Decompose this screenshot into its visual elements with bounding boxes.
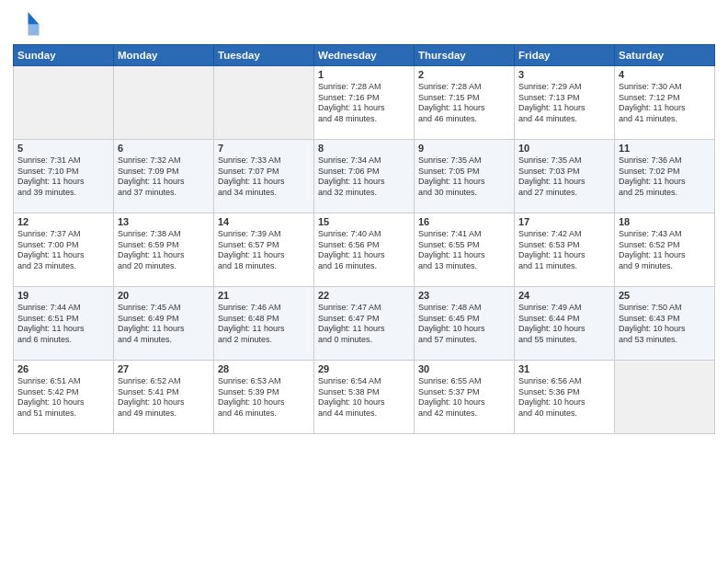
day-info: Daylight: 11 hours — [118, 250, 210, 261]
day-info: Sunrise: 7:44 AM — [17, 303, 109, 314]
calendar-cell-w2d5: 17Sunrise: 7:42 AMSunset: 6:53 PMDayligh… — [515, 213, 615, 287]
day-number: 12 — [17, 216, 109, 227]
calendar-cell-w2d6: 18Sunrise: 7:43 AMSunset: 6:52 PMDayligh… — [615, 213, 715, 287]
day-number: 5 — [17, 143, 109, 154]
calendar-cell-w0d5: 3Sunrise: 7:29 AMSunset: 7:13 PMDaylight… — [515, 66, 615, 140]
calendar-cell-w1d3: 8Sunrise: 7:34 AMSunset: 7:06 PMDaylight… — [314, 140, 415, 213]
day-info: and 49 minutes. — [118, 408, 210, 419]
day-info: Daylight: 10 hours — [418, 324, 510, 335]
page: SundayMondayTuesdayWednesdayThursdayFrid… — [0, 0, 728, 563]
day-number: 31 — [518, 363, 610, 374]
day-info: Daylight: 10 hours — [318, 397, 410, 408]
calendar-cell-w3d5: 24Sunrise: 7:49 AMSunset: 6:44 PMDayligh… — [515, 287, 615, 361]
day-info: Sunrise: 7:38 AM — [118, 229, 210, 240]
day-info: Daylight: 11 hours — [218, 250, 310, 261]
day-info: and 25 minutes. — [619, 188, 711, 199]
calendar-cell-w1d2: 7Sunrise: 7:33 AMSunset: 7:07 PMDaylight… — [214, 140, 314, 213]
day-number: 28 — [218, 363, 310, 374]
calendar-cell-w1d5: 10Sunrise: 7:35 AMSunset: 7:03 PMDayligh… — [515, 140, 615, 213]
calendar-cell-w4d3: 29Sunrise: 6:54 AMSunset: 5:38 PMDayligh… — [314, 361, 415, 434]
day-info: Daylight: 11 hours — [518, 177, 610, 188]
day-info: and 13 minutes. — [418, 261, 510, 272]
day-info: Sunrise: 7:39 AM — [218, 229, 310, 240]
weekday-header-tuesday: Tuesday — [214, 45, 314, 66]
day-info: Sunset: 6:51 PM — [17, 314, 109, 325]
calendar-cell-w3d3: 22Sunrise: 7:47 AMSunset: 6:47 PMDayligh… — [314, 287, 415, 361]
day-info: Daylight: 11 hours — [118, 324, 210, 335]
day-info: Sunrise: 6:53 AM — [218, 376, 310, 387]
day-info: Daylight: 11 hours — [218, 324, 310, 335]
calendar-cell-w4d6 — [615, 361, 715, 434]
calendar-cell-w1d0: 5Sunrise: 7:31 AMSunset: 7:10 PMDaylight… — [14, 140, 114, 213]
day-info: Daylight: 11 hours — [218, 177, 310, 188]
day-info: and 0 minutes. — [318, 335, 410, 346]
day-info: and 39 minutes. — [17, 188, 109, 199]
logo-icon — [13, 9, 40, 37]
calendar-cell-w4d4: 30Sunrise: 6:55 AMSunset: 5:37 PMDayligh… — [415, 361, 515, 434]
day-info: Sunset: 6:53 PM — [518, 240, 610, 251]
day-info: Sunrise: 7:36 AM — [619, 155, 711, 167]
day-info: Sunset: 6:56 PM — [318, 240, 410, 251]
day-info: Sunrise: 6:51 AM — [17, 376, 109, 387]
day-info: Sunset: 6:45 PM — [418, 314, 510, 325]
day-info: Sunrise: 7:42 AM — [518, 229, 610, 240]
day-info: and 41 minutes. — [619, 114, 711, 125]
day-number: 8 — [318, 143, 410, 154]
day-info: Sunrise: 7:35 AM — [518, 155, 610, 167]
day-info: Daylight: 11 hours — [518, 250, 610, 261]
day-number: 15 — [318, 216, 410, 227]
calendar-cell-w1d4: 9Sunrise: 7:35 AMSunset: 7:05 PMDaylight… — [415, 140, 515, 213]
day-info: Daylight: 10 hours — [218, 397, 310, 408]
calendar-cell-w4d5: 31Sunrise: 6:56 AMSunset: 5:36 PMDayligh… — [515, 361, 615, 434]
day-info: Daylight: 11 hours — [518, 103, 610, 114]
day-info: Sunset: 6:55 PM — [418, 240, 510, 251]
logo — [13, 9, 44, 37]
day-number: 7 — [218, 143, 310, 154]
day-info: Sunrise: 7:29 AM — [518, 82, 610, 93]
day-number: 22 — [318, 290, 410, 301]
weekday-header-thursday: Thursday — [415, 45, 515, 66]
day-info: Sunset: 5:37 PM — [418, 387, 510, 398]
week-row-2: 12Sunrise: 7:37 AMSunset: 7:00 PMDayligh… — [14, 213, 715, 287]
calendar-cell-w3d0: 19Sunrise: 7:44 AMSunset: 6:51 PMDayligh… — [14, 287, 114, 361]
weekday-header-monday: Monday — [114, 45, 214, 66]
day-info: and 40 minutes. — [518, 408, 610, 419]
svg-marker-1 — [28, 25, 40, 36]
weekday-header-sunday: Sunday — [14, 45, 114, 66]
day-info: Sunset: 7:13 PM — [518, 93, 610, 104]
day-info: Sunset: 7:10 PM — [17, 167, 109, 178]
calendar-cell-w0d4: 2Sunrise: 7:28 AMSunset: 7:15 PMDaylight… — [415, 66, 515, 140]
day-info: Daylight: 10 hours — [619, 324, 711, 335]
calendar-cell-w0d6: 4Sunrise: 7:30 AMSunset: 7:12 PMDaylight… — [615, 66, 715, 140]
week-row-4: 26Sunrise: 6:51 AMSunset: 5:42 PMDayligh… — [14, 361, 715, 434]
day-number: 6 — [118, 143, 210, 154]
day-info: Sunset: 6:57 PM — [218, 240, 310, 251]
day-number: 24 — [518, 290, 610, 301]
day-info: Sunset: 5:36 PM — [518, 387, 610, 398]
day-info: Sunrise: 7:28 AM — [318, 82, 410, 93]
day-info: and 11 minutes. — [518, 261, 610, 272]
day-info: Daylight: 11 hours — [17, 324, 109, 335]
day-info: Daylight: 11 hours — [418, 177, 510, 188]
day-number: 20 — [118, 290, 210, 301]
day-number: 11 — [619, 143, 711, 154]
day-info: Sunset: 7:02 PM — [619, 167, 711, 178]
day-info: Sunset: 5:42 PM — [17, 387, 109, 398]
day-info: Daylight: 10 hours — [118, 397, 210, 408]
day-info: Daylight: 10 hours — [17, 397, 109, 408]
day-number: 9 — [418, 143, 510, 154]
day-info: Sunset: 6:44 PM — [518, 314, 610, 325]
day-info: and 27 minutes. — [518, 188, 610, 199]
day-info: and 23 minutes. — [17, 261, 109, 272]
day-number: 3 — [518, 69, 610, 80]
day-info: Daylight: 11 hours — [418, 103, 510, 114]
calendar-header-row: SundayMondayTuesdayWednesdayThursdayFrid… — [14, 45, 715, 66]
day-info: Daylight: 11 hours — [318, 324, 410, 335]
day-info: Sunrise: 6:54 AM — [318, 376, 410, 387]
weekday-header-wednesday: Wednesday — [314, 45, 415, 66]
day-number: 30 — [418, 363, 510, 374]
day-info: Sunset: 7:16 PM — [318, 93, 410, 104]
weekday-header-saturday: Saturday — [615, 45, 715, 66]
day-info: Sunrise: 7:34 AM — [318, 155, 410, 167]
calendar-cell-w4d2: 28Sunrise: 6:53 AMSunset: 5:39 PMDayligh… — [214, 361, 314, 434]
